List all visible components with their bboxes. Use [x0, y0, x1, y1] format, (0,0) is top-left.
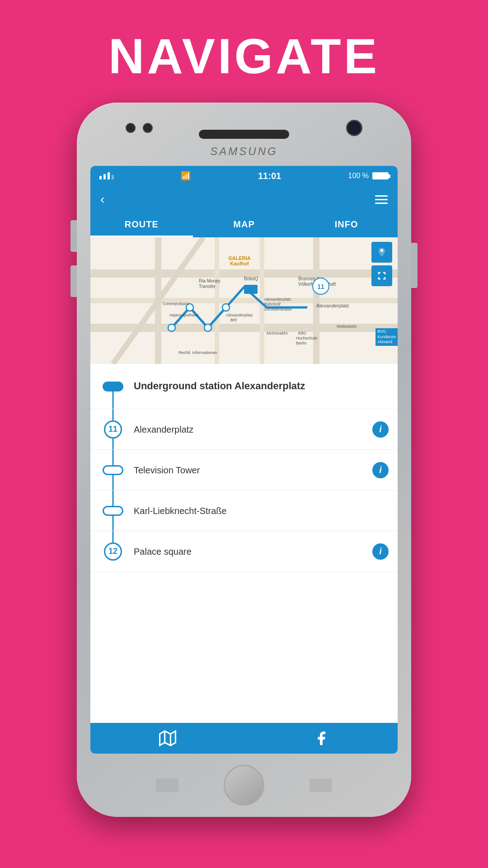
tab-route[interactable]: ROUTE — [90, 213, 193, 237]
volume-down-button[interactable] — [70, 265, 77, 297]
svg-point-37 — [186, 304, 193, 311]
back-nav-button[interactable] — [156, 778, 178, 792]
bottom-bar — [90, 723, 398, 754]
status-time: 11:01 — [258, 171, 281, 181]
route-text-4: Karl-Liebknecht-Straße — [127, 505, 389, 517]
map-controls — [371, 242, 392, 286]
locate-button[interactable] — [371, 242, 392, 263]
status-bar: 📶 11:01 100 % — [90, 166, 398, 186]
route-item-underground[interactable]: Underground station Alexanderplatz — [90, 364, 398, 409]
front-camera-1 — [126, 123, 136, 133]
svg-marker-40 — [160, 731, 175, 745]
power-button[interactable] — [411, 243, 418, 288]
svg-rect-33 — [244, 285, 258, 294]
fit-bounds-button[interactable] — [371, 265, 392, 286]
svg-text:Alexanderplatz: Alexanderplatz — [264, 297, 291, 302]
battery-icon — [372, 172, 389, 179]
page-background: NAVIGATE SAMSUNG — [0, 0, 488, 868]
bvg-label: BVGKundenzeAlexand — [375, 328, 398, 346]
brand-logo: SAMSUNG — [210, 145, 277, 158]
svg-text:Berlin: Berlin — [296, 341, 306, 345]
route-item-label-5: Palace square — [134, 546, 372, 557]
signal-indicator — [99, 172, 114, 179]
route-node-circle-2: 11 — [104, 420, 122, 439]
phone-screen: 📶 11:01 100 % ‹ — [90, 166, 398, 754]
route-line-container-2: 11 — [99, 409, 127, 449]
route-text-5: Palace square — [127, 546, 372, 557]
route-item-alexanderplatz[interactable]: 11 Alexanderplatz i — [90, 409, 398, 450]
route-line-container-3 — [99, 450, 127, 490]
wifi-icon: 📶 — [181, 171, 191, 181]
hamburger-line-3 — [375, 203, 388, 204]
route-item-label-3: Television Tower — [134, 464, 372, 476]
phone-speaker — [199, 130, 289, 139]
hamburger-line-1 — [375, 195, 388, 197]
map-bottom-button[interactable] — [159, 730, 176, 747]
route-item-label-1: Underground station Alexanderplatz — [134, 380, 389, 393]
svg-text:McDonald's: McDonald's — [267, 331, 288, 335]
facebook-icon — [313, 730, 329, 746]
phone-top: SAMSUNG — [85, 103, 403, 166]
route-item-label-4: Karl-Liebknecht-Straße — [134, 505, 389, 517]
svg-text:Ria Money: Ria Money — [199, 278, 221, 283]
route-line-container-4 — [99, 491, 127, 531]
route-node-circle-5: 12 — [104, 542, 122, 561]
signal-bar-2 — [103, 174, 106, 179]
hamburger-line-2 — [375, 199, 388, 200]
svg-text:Bhf: Bhf — [230, 318, 237, 322]
recent-apps-button[interactable] — [310, 778, 332, 792]
map-icon — [159, 730, 176, 747]
svg-text:Commerzbank: Commerzbank — [163, 302, 189, 306]
route-item-label-2: Alexanderplatz — [134, 424, 372, 435]
tab-bar: ROUTE MAP INFO — [90, 213, 398, 237]
front-cameras — [126, 123, 153, 133]
tab-info[interactable]: INFO — [295, 213, 398, 237]
route-node-rect-filled-1 — [103, 382, 123, 392]
svg-text:Alexanderplatz: Alexanderplatz — [316, 303, 349, 308]
svg-text:Weltzeituhr: Weltzeituhr — [337, 324, 357, 329]
svg-text:Transfer: Transfer — [199, 284, 216, 289]
signal-bar-1 — [99, 176, 102, 179]
info-button-2[interactable]: i — [372, 421, 389, 438]
status-right: 100 % — [348, 172, 389, 180]
svg-text:BoboQ: BoboQ — [244, 276, 258, 281]
svg-text:Kaufhof: Kaufhof — [230, 261, 249, 266]
svg-point-34 — [168, 324, 175, 331]
route-text-3: Television Tower — [127, 464, 372, 476]
phone-bottom — [85, 754, 403, 817]
svg-text:Hochschule: Hochschule — [296, 336, 317, 340]
route-text-2: Alexanderplatz — [127, 424, 372, 435]
svg-text:Dircksenstraße: Dircksenstraße — [264, 307, 292, 311]
svg-text:neptunapotheke: neptunapotheke — [169, 313, 199, 317]
menu-button[interactable] — [375, 195, 388, 204]
svg-point-35 — [204, 324, 211, 331]
tab-map[interactable]: MAP — [193, 213, 296, 237]
home-button[interactable] — [224, 765, 264, 806]
svg-text:11: 11 — [317, 283, 324, 290]
route-item-television-tower[interactable]: Television Tower i — [90, 450, 398, 491]
nav-bar: ‹ — [90, 186, 398, 213]
back-button[interactable]: ‹ — [100, 192, 104, 207]
front-camera-right — [346, 120, 362, 136]
map-area[interactable]: GALERIA Kaufhof Ria Money Transfer BoboQ… — [90, 237, 398, 364]
route-line-container-1 — [99, 364, 127, 409]
battery-percent: 100 % — [348, 172, 369, 180]
info-button-3[interactable]: i — [372, 462, 389, 478]
svg-point-39 — [380, 249, 383, 252]
volume-up-button[interactable] — [70, 220, 77, 252]
signal-bar-4 — [112, 175, 114, 179]
svg-text:EBC: EBC — [298, 331, 307, 335]
svg-point-36 — [222, 304, 230, 311]
route-line-container-5: 12 — [99, 531, 127, 571]
svg-text:Bahnhof/: Bahnhof/ — [264, 302, 281, 307]
front-camera-2 — [143, 123, 153, 133]
route-item-karl-liebknecht[interactable]: Karl-Liebknecht-Straße — [90, 491, 398, 531]
page-title: NAVIGATE — [108, 27, 380, 85]
signal-bar-3 — [108, 172, 110, 179]
route-item-palace-square[interactable]: 12 Palace square i — [90, 531, 398, 572]
battery-fill — [373, 173, 388, 179]
route-node-rect-3 — [103, 465, 123, 475]
info-button-5[interactable]: i — [372, 543, 389, 560]
route-text-1: Underground station Alexanderplatz — [127, 380, 389, 393]
facebook-button[interactable] — [313, 730, 329, 746]
